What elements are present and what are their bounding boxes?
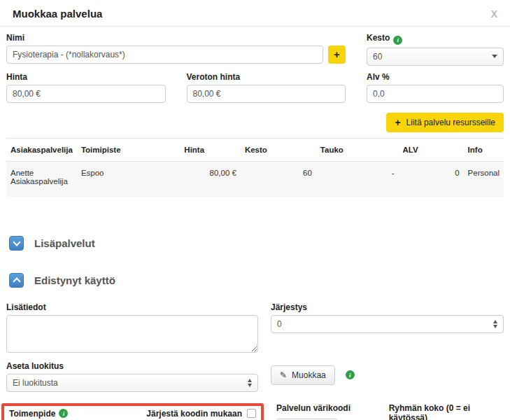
caret-down-icon [492,55,497,58]
jarjestys-label: Järjestys [271,302,504,312]
number-stepper-icon[interactable] [493,320,497,328]
alv-label: Alv % [367,72,504,82]
veroton-hinta-group: Veroton hinta [187,66,346,103]
chevron-down-icon [13,238,20,246]
cell-asiakaspalvelija: Anette Asiakaspalvelija [6,161,77,197]
alv-input[interactable] [367,85,504,103]
kesto-group: Kestoi 60 [367,27,504,66]
toimenpide-info-icon[interactable]: i [59,409,68,418]
hinta-input[interactable] [6,85,166,103]
edistynyt-toggle-button[interactable] [9,273,24,288]
modal-header: Muokkaa palvelua X [0,0,510,27]
cell-alv: 0 [398,161,463,197]
ryhman-koko-group: Ryhmän koko (0 = ei käytössä) 0 [389,403,504,420]
lisatiedot-textarea[interactable] [6,315,258,353]
varikoodi-label: Palvelun värikoodi [276,403,350,413]
table-header-row: Asiakaspalvelija Toimipiste Hinta Kesto … [6,138,504,161]
jarjestys-input[interactable]: 0 [271,315,504,333]
col-alv: ALV [398,138,463,161]
aseta-luokitus-label: Aseta luokitus [6,361,258,371]
plus-icon: + [395,117,400,128]
table-row[interactable]: Anette Asiakaspalvelija Espoo 80,00 € 60… [6,161,504,197]
lisapalvelut-label: Lisäpalvelut [34,237,95,249]
hinta-label: Hinta [6,72,166,82]
lisatiedot-label: Lisätiedot [6,302,258,312]
kesto-info-icon[interactable]: i [393,36,402,45]
kesto-select[interactable]: 60 [367,48,504,66]
edit-icon: ✎ [280,370,287,380]
aseta-luokitus-select[interactable]: Ei luokitusta [6,374,258,392]
ryhman-koko-label: Ryhmän koko (0 = ei käytössä) [389,403,504,420]
veroton-hinta-input[interactable] [187,85,346,103]
col-toimipiste: Toimipiste [77,138,180,161]
nimi-group: Nimi + [6,27,346,66]
cell-info: Personal [464,161,504,197]
advanced-left-column: Lisätiedot Aseta luokitus Ei luokitusta [6,296,258,392]
toimenpide-label: Toimenpidei [9,409,68,419]
select-stepper-icon [248,379,252,387]
cell-kesto: 60 [241,161,316,197]
kesto-value: 60 [373,52,382,62]
chevron-up-icon [13,277,20,285]
add-name-button[interactable]: + [328,46,346,64]
col-hinta: Hinta [180,138,241,161]
close-icon[interactable]: X [491,8,497,20]
cell-hinta: 80,00 € [180,161,241,197]
kesto-label: Kestoi [367,33,504,45]
muokkaa-button[interactable]: ✎ Muokkaa [271,365,335,385]
lisapalvelut-toggle-button[interactable] [9,236,24,251]
sort-by-code-label: Järjestä koodin mukaan [146,409,242,419]
highlight-box: Toimenpidei Järjestä koodin mukaan 300FY… [1,403,264,420]
resources-table: Asiakaspalvelija Toimipiste Hinta Kesto … [6,138,504,197]
alv-group: Alv % [367,66,504,103]
hinta-group: Hinta [6,66,166,103]
col-asiakaspalvelija: Asiakaspalvelija [6,138,77,161]
varikoodi-group: Palvelun värikoodi Ei mitään [276,403,376,420]
modal-body: Nimi + Kestoi 60 Hinta Veroton [0,27,510,420]
modal-title: Muokkaa palvelua [13,8,102,20]
jarjestys-value: 0 [277,319,282,329]
aseta-luokitus-value: Ei luokitusta [13,378,58,388]
edit-service-modal: Muokkaa palvelua X Nimi + Kestoi 60 [0,0,510,420]
section-lisapalvelut: Lisäpalvelut [9,236,504,251]
attach-service-to-resources-button[interactable]: + Liitä palvelu resursseille [386,113,504,132]
veroton-hinta-label: Veroton hinta [187,72,346,82]
advanced-right-column: Järjestys 0 ✎ Muokkaa i [271,296,504,392]
col-tauko: Tauko [316,138,399,161]
cell-toimipiste: Espoo [77,161,180,197]
edistynyt-label: Edistynyt käyttö [34,274,115,286]
cell-tauko: - [316,161,399,197]
col-info: Info [464,138,504,161]
section-edistynyt-kaytto: Edistynyt käyttö [9,273,504,288]
col-kesto: Kesto [241,138,316,161]
nimi-label: Nimi [6,33,346,43]
sort-by-code-checkbox[interactable] [247,409,256,418]
nimi-input[interactable] [6,46,323,64]
muokkaa-info-icon[interactable]: i [346,370,355,379]
